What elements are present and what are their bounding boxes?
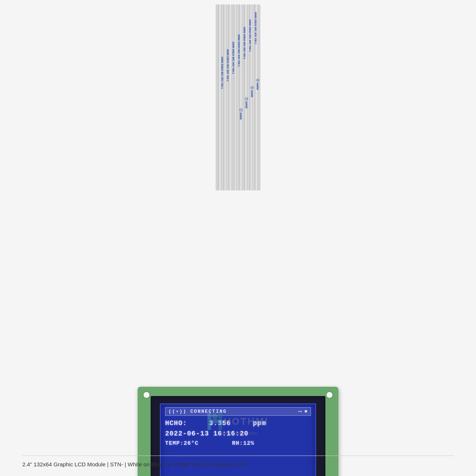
svg-text:AWM 20624 80C 60V VW-1: AWM 20624 80C 60V VW-1 [226, 49, 229, 81]
watermark-logo: HOTHMI [208, 413, 269, 430]
svg-text:AWM 20624 80C 60V VW-1: AWM 20624 80C 60V VW-1 [232, 42, 235, 74]
product-description: 2.4" 132x64 Graphic LCD Module | STN- | … [22, 456, 454, 468]
rh-label: RH:12% [232, 440, 254, 447]
watermark-url: www.display-lcd.com [219, 431, 257, 435]
main-scene: AWM 20624 80C 60V VW-1 AWM 20624 80C 60V… [0, 0, 476, 476]
svg-text:ⓡ AWM: ⓡ AWM [239, 109, 242, 120]
svg-text:ⓡ AWM: ⓡ AWM [256, 79, 259, 90]
svg-text:AWM 20624 80C 60V VW-1: AWM 20624 80C 60V VW-1 [238, 34, 240, 67]
svg-marker-31 [211, 413, 219, 420]
watermark-brand-text: HOTHMI [224, 416, 269, 427]
lcd-icons: ⊶ ✱ [298, 409, 308, 414]
svg-text:AWM 20624 80C 60V VW-1: AWM 20624 80C 60V VW-1 [254, 12, 257, 44]
product-desc-text: 2.4" 132x64 Graphic LCD Module | STN- | … [22, 461, 247, 467]
mount-hole-tl [143, 391, 150, 399]
svg-text:ⓡ AWM: ⓡ AWM [250, 86, 254, 97]
hcho-label: HCHO: [165, 419, 187, 427]
temp-label: TEMP:26°C [165, 440, 199, 447]
ffc-cable: AWM 20624 80C 60V VW-1 AWM 20624 80C 60V… [214, 4, 262, 196]
svg-text:AWM 20624 80C 60V VW-1: AWM 20624 80C 60V VW-1 [221, 57, 223, 89]
watermark: HOTHMI www.display-lcd.com [208, 413, 269, 435]
mount-hole-tr [326, 391, 333, 399]
svg-text:AWM 20624 80C 60V VW-1: AWM 20624 80C 60V VW-1 [249, 19, 251, 52]
bluetooth-icon: ✱ [304, 409, 308, 414]
svg-text:ⓡ AWM: ⓡ AWM [245, 97, 248, 109]
svg-rect-4 [216, 4, 260, 190]
key-icon: ⊶ [298, 409, 302, 414]
svg-text:AWM 20624 80C 60V VW-1: AWM 20624 80C 60V VW-1 [243, 27, 246, 59]
lcd-temp-rh-row: TEMP:26°C RH:12% [165, 440, 311, 447]
